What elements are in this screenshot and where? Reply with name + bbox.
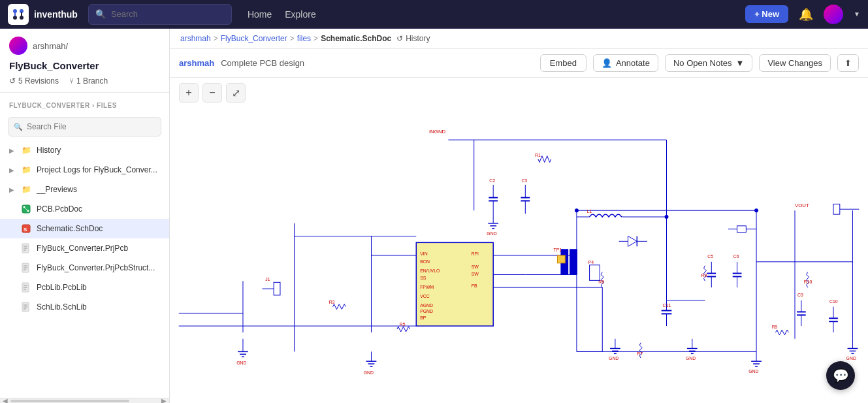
zoom-in-button[interactable]: + [179,83,199,103]
notification-bell-icon[interactable]: 🔔 [799,7,813,22]
svg-text:R1: R1 [535,153,541,157]
fit-button[interactable]: ⤢ [226,83,246,103]
svg-text:R10: R10 [804,280,812,284]
toolbar: arshmah Complete PCB design Embed 👤 Anno… [170,49,868,78]
svg-text:VOUT: VOUT [795,202,809,208]
branch-icon: ⑂ [69,76,74,86]
file-name-label: History [37,146,160,155]
user-avatar[interactable] [824,5,843,24]
sidebar-scrollbar-area: ◀ ▶ [0,398,169,403]
file-item-prjpcbstruct[interactable]: FlyBuck_Converter.PrjPcbStruct... [0,258,169,278]
breadcrumb-repo[interactable]: FlyBuck_Converter [221,34,287,43]
file-name-label: PcbLib.PcbLib [37,283,160,292]
annotate-icon: 👤 [602,58,612,68]
file-name-label: Schematic.SchDoc [37,224,160,233]
svg-text:C5: C5 [707,254,713,259]
file-item-prjpcb[interactable]: FlyBuck_Converter.PrjPcb [0,238,169,258]
breadcrumb-user[interactable]: arshmah [180,34,211,43]
home-link[interactable]: Home [248,9,272,20]
svg-text:R8: R8 [701,273,707,278]
scroll-left-icon[interactable]: ◀ [3,397,8,403]
svg-text:TP1: TP1 [554,248,562,252]
schematic-canvas[interactable]: VIN BON EN/UVLO SS FPWM VCC AGND PGND BP… [170,108,868,403]
file-item-schematic[interactable]: S Schematic.SchDoc [0,219,169,238]
file-item-project-logs[interactable]: ▶ 📁 Project Logs for FlyBuck_Conver... [0,160,169,180]
sidebar-username[interactable]: arshmah/ [33,41,68,51]
svg-text:R3: R3 [329,300,335,304]
svg-point-116 [665,215,669,219]
branches-meta[interactable]: ⑂ 1 Branch [69,76,108,86]
file-name-label: __Previews [37,185,160,194]
logo[interactable]: inventhub [8,4,78,25]
search-input[interactable] [111,9,225,19]
chat-button[interactable]: 💬 [826,361,855,390]
svg-point-115 [575,208,579,212]
svg-text:S: S [24,227,27,233]
sidebar-avatar [9,37,27,55]
breadcrumb-file: Schematic.SchDoc [321,34,391,43]
explore-link[interactable]: Explore [285,9,315,20]
svg-text:R9: R9 [772,325,778,329]
file-item-pcb-doc[interactable]: PCB.PcbDoc [0,199,169,219]
svg-text:INGND: INGND [429,129,446,135]
sidebar-search-input[interactable] [27,122,155,131]
sidebar-section-header: FLYBUCK_CONVERTER › FILES [0,98,169,113]
upload-button[interactable]: ⬆ [837,54,859,72]
embed-button[interactable]: Embed [540,54,587,72]
sidebar-scrollbar[interactable] [10,400,129,402]
file-name-label: FlyBuck_Converter.PrjPcbStruct... [37,263,160,272]
new-button[interactable]: + New [745,5,788,23]
svg-text:C9: C9 [797,293,803,297]
svg-text:C2: C2 [489,178,495,183]
history-icon: ↺ [396,34,403,43]
file-name-label: FlyBuck_Converter.PrjPcb [37,244,160,253]
file-type-icon: S [21,223,31,234]
zoom-controls: + − ⤢ [170,78,868,108]
breadcrumb-folder[interactable]: files [297,34,311,43]
view-changes-button[interactable]: View Changes [759,54,831,72]
file-item-schlib[interactable]: SchLib.SchLib [0,297,169,317]
file-name-label: Project Logs for FlyBuck_Conver... [37,165,160,174]
sidebar: arshmah/ FlyBuck_Converter ↺ 5 Revisions… [0,29,170,403]
scroll-right-icon[interactable]: ▶ [161,397,167,403]
notes-chevron-icon: ▼ [736,58,745,68]
toolbar-commit-message: Complete PCB design [221,58,533,68]
svg-text:VCC: VCC [420,294,430,298]
file-name-label: PCB.PcbDoc [37,204,160,214]
svg-rect-66 [557,255,565,263]
logo-svg [12,8,25,21]
svg-text:L1: L1 [587,209,592,214]
sidebar-repo-name[interactable]: FlyBuck_Converter [0,60,169,76]
search-bar[interactable]: 🔍 [88,4,232,25]
history-badge[interactable]: ↺ History [396,34,430,43]
svg-text:R7: R7 [637,351,643,356]
file-type-icon [21,282,31,293]
svg-point-117 [754,208,758,212]
viewer-area: arshmah > FlyBuck_Converter > files > Sc… [170,29,868,403]
file-type-icon: 📁 [21,145,31,155]
file-item-previews[interactable]: ▶ 📁 __Previews [0,180,169,199]
upload-icon: ⬆ [844,58,852,68]
file-item-pcblib[interactable]: PcbLib.PcbLib [0,278,169,297]
file-type-icon [21,243,31,253]
user-menu-chevron-icon[interactable]: ▼ [854,10,860,18]
revisions-meta[interactable]: ↺ 5 Revisions [9,76,59,86]
svg-text:AGND: AGND [420,303,433,308]
svg-text:C6: C6 [733,254,739,259]
svg-text:RFI: RFI [472,251,479,256]
svg-text:BON: BON [420,259,430,264]
svg-text:VIN: VIN [420,251,427,256]
toolbar-commit-user[interactable]: arshmah [179,58,214,68]
breadcrumb-sep-3: > [313,34,318,43]
chevron-icon: ▶ [9,186,16,193]
annotate-button[interactable]: 👤 Annotate [593,54,658,72]
main-content: arshmah/ FlyBuck_Converter ↺ 5 Revisions… [0,29,868,403]
zoom-out-button[interactable]: − [202,83,222,103]
svg-text:PGND: PGND [420,309,433,314]
svg-text:FB: FB [472,283,477,288]
sidebar-search[interactable]: 🔍 [8,117,161,137]
file-type-icon [21,263,31,273]
file-item-history[interactable]: ▶ 📁 History [0,140,169,160]
svg-text:SS: SS [420,276,426,280]
notes-button[interactable]: No Open Notes ▼ [665,54,752,72]
